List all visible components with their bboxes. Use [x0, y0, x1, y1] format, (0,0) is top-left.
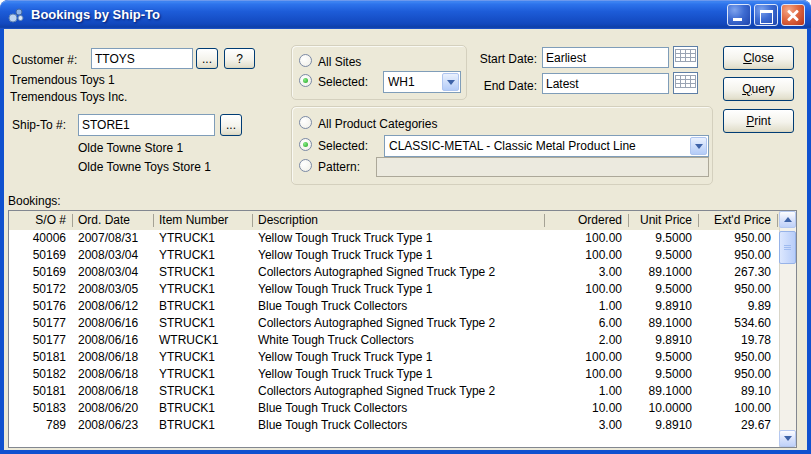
table-row[interactable]: 50181 2008/06/18 STRUCK1 Collectors Auto…	[9, 383, 779, 400]
product-category-combobox[interactable]: CLASSIC-METAL - Classic Metal Product Li…	[384, 135, 709, 157]
cell-ordered: 1.00	[545, 298, 629, 315]
customer-help-button[interactable]: ?	[224, 48, 255, 69]
column-header-extd-price[interactable]: Ext'd Price	[699, 211, 778, 230]
table-row[interactable]: 50182 2008/06/18 YTRUCK1 Yellow Tough Tr…	[9, 366, 779, 383]
app-icon[interactable]	[7, 7, 25, 23]
cell-extd-price: 950.00	[699, 247, 778, 264]
end-date-input[interactable]	[542, 73, 669, 94]
query-button[interactable]: Query	[723, 77, 794, 101]
close-button[interactable]: Close	[723, 46, 794, 70]
cell-description: Yellow Tough Truck Truck Type 1	[253, 230, 545, 247]
cell-ord-date: 2008/06/18	[73, 383, 154, 400]
cell-item-number: BTRUCK1	[154, 417, 253, 434]
cell-item-number: STRUCK1	[154, 264, 253, 281]
print-button[interactable]: Print	[723, 109, 794, 133]
selected-site-radio[interactable]	[299, 74, 312, 87]
table-row[interactable]: 50172 2008/03/05 YTRUCK1 Yellow Tough Tr…	[9, 281, 779, 298]
vertical-scrollbar[interactable]	[779, 211, 796, 447]
pattern-label: Pattern:	[318, 160, 360, 174]
all-sites-radio[interactable]	[299, 54, 312, 67]
cell-description: Yellow Tough Truck Truck Type 1	[253, 366, 545, 383]
cell-description: Collectors Autographed Signed Truck Type…	[253, 264, 545, 281]
selected-product-category-label: Selected:	[318, 139, 368, 153]
cell-ordered: 2.00	[545, 332, 629, 349]
cell-extd-price: 19.78	[699, 332, 778, 349]
bookings-label: Bookings:	[8, 194, 61, 208]
cell-ord-date: 2008/06/16	[73, 332, 154, 349]
table-row[interactable]: 50183 2008/06/20 BTRUCK1 Blue Tough Truc…	[9, 400, 779, 417]
cell-ord-date: 2008/06/12	[73, 298, 154, 315]
cell-ordered: 100.00	[545, 366, 629, 383]
table-row[interactable]: 50176 2008/06/12 BTRUCK1 Blue Tough Truc…	[9, 298, 779, 315]
customer-label: Customer #:	[12, 53, 77, 67]
table-row[interactable]: 50169 2008/03/04 YTRUCK1 Yellow Tough Tr…	[9, 247, 779, 264]
close-icon[interactable]	[781, 4, 805, 26]
cell-so-number: 50181	[9, 349, 73, 366]
cell-so-number: 50177	[9, 332, 73, 349]
cell-unit-price: 9.5000	[629, 366, 699, 383]
start-date-calendar-icon[interactable]	[673, 46, 698, 68]
cell-ordered: 100.00	[545, 247, 629, 264]
selected-product-category-radio[interactable]	[299, 138, 312, 151]
cell-ordered: 100.00	[545, 349, 629, 366]
maximize-icon[interactable]	[754, 4, 778, 26]
cell-description: Yellow Tough Truck Truck Type 1	[253, 247, 545, 264]
end-date-calendar-icon[interactable]	[673, 72, 698, 94]
start-date-input[interactable]	[542, 47, 669, 68]
chevron-down-icon[interactable]	[690, 137, 707, 155]
pattern-radio[interactable]	[299, 159, 312, 172]
scrollbar-thumb[interactable]	[779, 231, 796, 264]
cell-extd-price: 950.00	[699, 366, 778, 383]
bookings-table: S/O # Ord. Date Item Number Description …	[8, 210, 797, 448]
bookings-table-body: 40006 2007/08/31 YTRUCK1 Yellow Tough Tr…	[9, 230, 779, 447]
cell-item-number: YTRUCK1	[154, 281, 253, 298]
ship-to-input[interactable]	[78, 114, 215, 136]
cell-so-number: 50169	[9, 247, 73, 264]
column-header-item-number[interactable]: Item Number	[154, 211, 253, 230]
all-product-categories-radio[interactable]	[299, 116, 312, 129]
cell-so-number: 50176	[9, 298, 73, 315]
pattern-input[interactable]	[376, 157, 709, 177]
table-row[interactable]: 50181 2008/06/18 YTRUCK1 Yellow Tough Tr…	[9, 349, 779, 366]
table-row[interactable]: 50177 2008/06/16 WTRUCK1 White Tough Tru…	[9, 332, 779, 349]
scroll-up-icon[interactable]	[779, 211, 796, 228]
column-header-description[interactable]: Description	[253, 211, 545, 230]
cell-unit-price: 9.5000	[629, 349, 699, 366]
table-row[interactable]: 789 2008/06/23 BTRUCK1 Blue Tough Truck …	[9, 417, 779, 434]
cell-item-number: STRUCK1	[154, 383, 253, 400]
cell-unit-price: 9.5000	[629, 230, 699, 247]
ship-to-browse-button[interactable]: ...	[220, 114, 242, 136]
scroll-down-icon[interactable]	[779, 430, 796, 447]
table-row[interactable]: 50177 2008/06/16 STRUCK1 Collectors Auto…	[9, 315, 779, 332]
cell-ordered: 3.00	[545, 264, 629, 281]
column-header-ord-date[interactable]: Ord. Date	[73, 211, 154, 230]
column-header-unit-price[interactable]: Unit Price	[629, 211, 699, 230]
column-header-so-number[interactable]: S/O #	[9, 211, 73, 230]
cell-ord-date: 2008/06/18	[73, 349, 154, 366]
table-row[interactable]: 50169 2008/03/04 STRUCK1 Collectors Auto…	[9, 264, 779, 281]
cell-unit-price: 9.5000	[629, 247, 699, 264]
customer-input[interactable]	[91, 48, 193, 69]
cell-description: Blue Tough Truck Collectors	[253, 417, 545, 434]
cell-extd-price: 89.10	[699, 383, 778, 400]
table-row[interactable]: 40006 2007/08/31 YTRUCK1 Yellow Tough Tr…	[9, 230, 779, 247]
cell-ordered: 100.00	[545, 281, 629, 298]
title-bar[interactable]: Bookings by Ship-To	[0, 0, 811, 29]
cell-description: White Tough Truck Collectors	[253, 332, 545, 349]
cell-extd-price: 9.89	[699, 298, 778, 315]
bookings-table-header: S/O # Ord. Date Item Number Description …	[9, 211, 779, 230]
cell-so-number: 50169	[9, 264, 73, 281]
cell-item-number: STRUCK1	[154, 315, 253, 332]
column-header-ordered[interactable]: Ordered	[545, 211, 629, 230]
cell-unit-price: 9.8910	[629, 332, 699, 349]
cell-unit-price: 9.8910	[629, 417, 699, 434]
minimize-icon[interactable]	[727, 4, 751, 26]
cell-ord-date: 2008/03/04	[73, 247, 154, 264]
cell-unit-price: 9.8910	[629, 298, 699, 315]
cell-description: Collectors Autographed Signed Truck Type…	[253, 315, 545, 332]
cell-ord-date: 2008/03/04	[73, 264, 154, 281]
cell-description: Blue Tough Truck Collectors	[253, 298, 545, 315]
selected-site-label: Selected:	[318, 75, 368, 89]
cell-item-number: YTRUCK1	[154, 230, 253, 247]
customer-browse-button[interactable]: ...	[196, 48, 218, 69]
